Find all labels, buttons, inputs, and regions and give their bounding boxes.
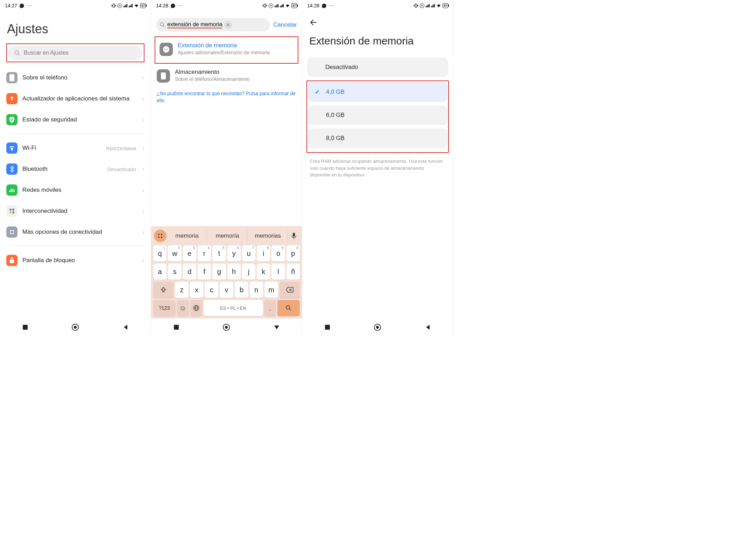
mic-icon[interactable] (289, 232, 299, 239)
nav-home[interactable] (222, 323, 230, 331)
key-emoji[interactable]: ☺ (177, 300, 189, 316)
settings-group-1: Sobre el teléfono › Actualizador de apli… (0, 67, 151, 130)
option-label: 8,0 GB (326, 135, 345, 142)
settings-item[interactable]: Estado de seguridad › (6, 109, 144, 130)
nav-back[interactable] (424, 323, 432, 331)
settings-item-label: Pantalla de bloqueo (22, 257, 136, 264)
chevron-right-icon: › (142, 257, 144, 264)
option-60GB[interactable]: 6,0 GB (308, 105, 447, 125)
battery-icon: 57 (140, 3, 146, 8)
key-u[interactable]: u7 (242, 245, 255, 261)
search-box[interactable]: extensión de memoria ✕ (156, 18, 270, 31)
key-i[interactable]: i8 (257, 245, 270, 261)
key-n[interactable]: n (250, 282, 263, 298)
nav-recent[interactable] (172, 323, 180, 331)
svg-point-34 (225, 326, 228, 329)
key-w[interactable]: w2 (168, 245, 181, 261)
signal-icon (426, 4, 430, 7)
search-box[interactable] (8, 46, 142, 60)
cancel-link[interactable]: Cancelar (273, 21, 297, 28)
key-m[interactable]: m (264, 282, 278, 298)
signal-icon (275, 4, 278, 7)
signal-icon-2 (431, 4, 435, 7)
key-e[interactable]: e3 (183, 245, 196, 261)
settings-item[interactable]: Wi-Fi Ihplczeslawa › (6, 138, 144, 159)
result-subtitle: Ajustes adicionales/Extensión de memoria (178, 50, 270, 55)
search-result-memory-extension[interactable]: Extensión de memoria Ajustes adicionales… (157, 38, 296, 59)
option-80GB[interactable]: 8,0 GB (308, 128, 447, 148)
key-j[interactable]: j (242, 264, 255, 280)
settings-item[interactable]: Sobre el teléfono › (6, 67, 144, 88)
nav-recent[interactable] (21, 323, 29, 331)
nav-home[interactable] (71, 323, 79, 331)
suggestion-1[interactable]: memoria (167, 230, 207, 241)
key-s[interactable]: s (168, 264, 181, 280)
key-search[interactable] (277, 300, 300, 316)
option-disabled[interactable]: Desactivado (307, 57, 448, 77)
status-bar: 14:28 ⋯ R 57 (302, 0, 453, 11)
key-p[interactable]: p0 (287, 245, 300, 261)
nav-back-kb[interactable] (273, 323, 281, 331)
suggestion-3[interactable]: memorias (248, 230, 288, 241)
key-backspace[interactable] (280, 282, 300, 298)
nav-back[interactable] (122, 323, 129, 331)
settings-item[interactable]: Actualizador de aplicaciones del sistema… (6, 88, 144, 109)
settings-item[interactable]: Interconectividad › (6, 201, 144, 222)
svg-rect-2 (9, 74, 14, 81)
keyboard-apps-button[interactable] (154, 230, 167, 242)
key-a[interactable]: a (153, 264, 167, 280)
svg-point-4 (12, 209, 14, 211)
nav-home[interactable] (374, 323, 381, 331)
back-button[interactable] (302, 11, 453, 31)
key-period[interactable]: . (264, 300, 276, 316)
key-globe[interactable] (190, 300, 202, 316)
feedback-link[interactable]: ¿No pudiste encontrar lo que necesitas? … (151, 88, 302, 107)
nav-bar (302, 318, 453, 336)
settings-item[interactable]: Pantalla de bloqueo › (6, 250, 144, 271)
key-space[interactable]: ES • PL • EN (204, 300, 263, 316)
key-k[interactable]: k (257, 264, 270, 280)
key-f[interactable]: f (198, 264, 211, 280)
suggestion-2[interactable]: memoría (208, 230, 248, 241)
key-b[interactable]: b (235, 282, 248, 298)
key-t[interactable]: t5 (212, 245, 226, 261)
key-q[interactable]: q1 (153, 245, 167, 261)
key-g[interactable]: g (212, 264, 226, 280)
signal-icon-2 (280, 4, 284, 7)
screen-search-results: 14:28 ⋯ R 57 extensión de memoria ✕ Canc… (151, 0, 302, 336)
key-o[interactable]: o9 (271, 245, 285, 261)
search-result-storage[interactable]: Almacenamiento Sobre el teléfono/Almacen… (151, 64, 302, 88)
clear-button[interactable]: ✕ (224, 21, 232, 29)
settings-item-label: Wi-Fi (22, 145, 101, 152)
key-d[interactable]: d (183, 264, 196, 280)
search-input-text[interactable]: extensión de memoria (167, 21, 222, 28)
key-x[interactable]: x (190, 282, 204, 298)
settings-item[interactable]: Más opciones de conectividad › (6, 222, 144, 243)
settings-item-icon (6, 72, 17, 83)
settings-item[interactable]: Bluetooth Desactivado › (6, 159, 144, 180)
key-numbers[interactable]: ?123 (153, 300, 176, 316)
key-r[interactable]: r4 (198, 245, 211, 261)
svg-rect-12 (23, 325, 28, 330)
key-c[interactable]: c (205, 282, 218, 298)
wifi-icon (134, 3, 139, 8)
chevron-right-icon: › (142, 208, 144, 215)
key-v[interactable]: v (220, 282, 233, 298)
key-h[interactable]: h (227, 264, 241, 280)
battery-icon: 57 (443, 3, 448, 8)
svg-point-3 (9, 209, 12, 211)
phone-icon (157, 69, 170, 83)
key-ñ[interactable]: ñ (287, 264, 300, 280)
key-l[interactable]: l (271, 264, 285, 280)
key-shift[interactable] (153, 282, 174, 298)
vibrate-icon (414, 3, 418, 8)
search-input[interactable] (24, 50, 137, 56)
svg-line-16 (163, 26, 164, 27)
option-40GB[interactable]: ✓4,0 GB (308, 82, 447, 102)
svg-point-18 (164, 49, 165, 50)
key-z[interactable]: z (175, 282, 189, 298)
nav-recent[interactable] (324, 323, 331, 331)
settings-item[interactable]: Redes móviles › (6, 180, 144, 201)
key-y[interactable]: y6 (227, 245, 241, 261)
svg-point-37 (376, 326, 379, 329)
